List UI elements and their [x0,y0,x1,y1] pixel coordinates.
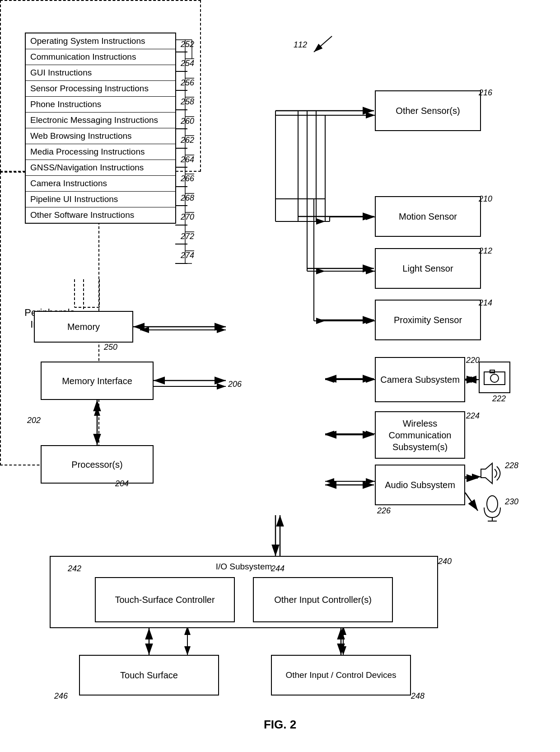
ref-256: 256 [181,78,194,88]
memory-list-box: Operating System Instructions Communicat… [25,33,176,224]
ref-206: 206 [228,380,242,389]
ref-262: 262 [181,136,194,145]
motion-sensor-box: Motion Sensor [375,196,481,237]
svg-line-47 [314,36,332,52]
camera-subsystem-box: Camera Subsystem [375,357,465,402]
ref-254: 254 [181,59,194,68]
list-item: Sensor Processing Instructions [26,81,175,97]
memory-box: Memory [34,311,133,343]
wireless-comm-box: Wireless Communication Subsystem(s) [375,411,465,459]
list-item: Communication Instructions [26,49,175,65]
speaker-icon [479,461,508,490]
ref-242: 242 [68,564,81,573]
diagram-container: 112 Operating System Instructions Commun… [0,0,560,752]
ref-266: 266 [181,174,194,183]
ref-258: 258 [181,97,194,107]
list-item: Pipeline UI Instructions [26,192,175,207]
ref-210: 210 [479,194,492,204]
ref-112: 112 [294,34,336,56]
ref-244: 244 [271,564,285,573]
ref-214: 214 [479,298,492,308]
ref-202: 202 [27,416,41,425]
ref-222: 222 [492,394,506,404]
touch-surface-controller-box: Touch-Surface Controller [95,577,235,622]
list-item: Electronic Messaging Instructions [26,113,175,128]
ref-204: 204 [115,479,129,489]
ref-264: 264 [181,155,194,164]
camera-icon-box [479,362,510,393]
svg-marker-51 [481,463,492,484]
light-sensor-box: Light Sensor [375,248,481,289]
ref-268: 268 [181,193,194,203]
svg-point-49 [490,374,499,382]
ref-260: 260 [181,117,194,126]
ref-240: 240 [438,557,452,566]
ref-224: 224 [466,411,480,421]
list-item: GNSS/Navigation Instructions [26,160,175,176]
ref-220: 220 [466,356,480,365]
other-input-controller-box: Other Input Controller(s) [253,577,393,622]
ref-252: 252 [181,40,194,49]
mic-icon [479,495,508,524]
io-subsystem-box: I/O Subsystem Touch-Surface Controller O… [50,556,438,628]
audio-subsystem-box: Audio Subsystem [375,465,465,505]
ref-228: 228 [505,461,518,470]
list-item: Camera Instructions [26,176,175,192]
processors-box: Processor(s) [41,445,154,484]
ref-212: 212 [479,246,492,256]
io-subsystem-label: I/O Subsystem [55,561,433,573]
svg-line-95 [465,493,478,511]
ref-248: 248 [411,691,425,701]
other-input-devices-box: Other Input / Control Devices [271,655,411,696]
other-sensors-box: Other Sensor(s) [375,90,481,131]
ref-272: 272 [181,232,194,241]
ref-230: 230 [505,497,518,507]
svg-point-52 [487,496,498,512]
ref-274: 274 [181,251,194,260]
list-item: GUI Instructions [26,65,175,81]
list-item: Media Processing Instructions [26,144,175,160]
memory-interface-box: Memory Interface [41,362,154,400]
ref-250: 250 [104,343,117,352]
list-item: Phone Instructions [26,97,175,113]
figure-caption: FIG. 2 [0,718,560,732]
list-item: Operating System Instructions [26,33,175,49]
ref-246: 246 [54,691,68,701]
list-item: Other Software Instructions [26,207,175,223]
proximity-sensor-box: Proximity Sensor [375,300,481,340]
touch-surface-box: Touch Surface [79,655,219,696]
ref-226: 226 [377,506,391,516]
list-item: Web Browsing Instructions [26,128,175,144]
ref-216: 216 [479,88,492,98]
ref-270: 270 [181,212,194,222]
